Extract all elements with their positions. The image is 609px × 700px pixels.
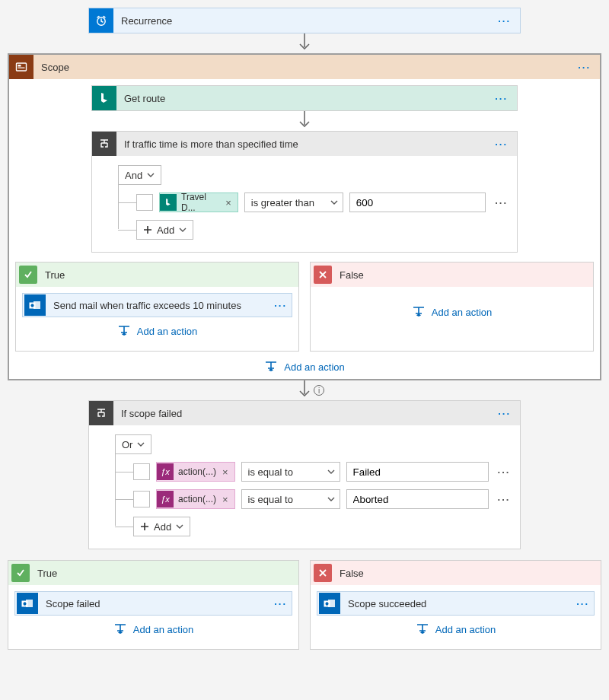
operator-label: is equal to	[248, 466, 293, 478]
operator-label: is greater than	[251, 197, 314, 208]
row-checkbox[interactable]	[136, 194, 153, 211]
scope-icon	[9, 55, 33, 79]
condition-menu[interactable]: ···	[490, 138, 512, 150]
add-action-label: Add an action	[137, 326, 198, 337]
group-operator-select[interactable]: And	[118, 165, 161, 185]
chevron-down-icon	[176, 523, 183, 530]
recurrence-trigger[interactable]: Recurrence ···	[88, 8, 521, 33]
outlook-icon	[24, 294, 46, 316]
token-remove[interactable]: ×	[222, 197, 234, 208]
condition-title: If scope failed	[113, 408, 493, 419]
branch-true-label: True	[33, 568, 57, 579]
operand-token[interactable]: Travel D... ×	[159, 192, 238, 212]
check-icon	[11, 564, 30, 582]
condition-icon	[92, 132, 116, 156]
action-label: Scope succeeded	[342, 598, 572, 609]
operand-token[interactable]: ƒx action(...) ×	[156, 462, 235, 482]
bing-icon	[160, 194, 177, 211]
branch-true-label: True	[40, 269, 65, 281]
action-menu[interactable]: ···	[269, 300, 292, 311]
condition-row: Travel D... × is greater than ···	[136, 192, 508, 212]
svg-rect-3	[18, 68, 25, 68]
add-action-icon	[264, 361, 278, 373]
scope-menu[interactable]: ···	[573, 62, 595, 73]
add-action-icon	[412, 306, 426, 318]
row-menu[interactable]: ···	[492, 197, 508, 208]
plus-icon	[143, 225, 152, 234]
value-input[interactable]	[346, 489, 489, 509]
chevron-down-icon	[147, 171, 155, 179]
send-mail-action[interactable]: Send mail when traffic exceeds 10 minute…	[22, 293, 292, 317]
condition-row: ƒx action(...) × is equal to ···	[133, 489, 511, 509]
info-icon[interactable]: i	[314, 385, 324, 396]
operator-select[interactable]: is equal to	[241, 462, 340, 482]
action-menu[interactable]: ···	[269, 598, 292, 609]
add-action-button[interactable]: Add an action	[412, 306, 493, 318]
chevron-down-icon	[327, 495, 335, 503]
outlook-icon	[319, 593, 340, 614]
add-action-label: Add an action	[432, 307, 493, 318]
condition-header[interactable]: If scope failed ···	[89, 401, 520, 425]
operator-select[interactable]: is greater than	[244, 192, 343, 212]
plus-icon	[140, 522, 149, 531]
condition-row: ƒx action(...) × is equal to ···	[133, 462, 511, 482]
branch-false-header: False	[311, 262, 593, 287]
clock-icon	[89, 8, 113, 33]
get-route-action[interactable]: Get route ···	[91, 85, 518, 111]
condition-header[interactable]: If traffic time is more than specified t…	[92, 132, 517, 156]
close-icon	[314, 564, 332, 582]
add-action-label: Add an action	[435, 624, 496, 635]
branch-true-header: True	[8, 561, 298, 585]
token-label: action(...)	[174, 494, 219, 504]
scope-failed-action[interactable]: Scope failed ···	[14, 591, 292, 616]
scope-container: Scope ··· Get route ···	[8, 53, 601, 380]
action-menu[interactable]: ···	[572, 598, 594, 609]
chevron-down-icon	[179, 226, 187, 234]
add-action-icon	[113, 623, 127, 635]
branch-false-label: False	[335, 568, 364, 579]
add-action-icon	[416, 623, 429, 635]
operand-token[interactable]: ƒx action(...) ×	[156, 489, 235, 509]
value-input[interactable]	[349, 192, 486, 212]
row-checkbox[interactable]	[133, 463, 150, 480]
fx-icon: ƒx	[157, 491, 174, 508]
token-label: action(...)	[174, 466, 219, 477]
action-label: Send mail when traffic exceeds 10 minute…	[47, 300, 269, 311]
scope-header[interactable]: Scope ···	[9, 55, 600, 79]
condition-traffic: If traffic time is more than specified t…	[91, 131, 518, 253]
arrow-icon: i	[8, 380, 601, 400]
svg-rect-2	[18, 65, 21, 67]
add-condition-button[interactable]: Add	[136, 220, 193, 240]
branch-false-label: False	[335, 269, 364, 281]
row-menu[interactable]: ···	[495, 494, 511, 505]
get-route-menu[interactable]: ···	[490, 93, 512, 104]
add-action-button[interactable]: Add an action	[22, 325, 292, 337]
token-remove[interactable]: ×	[219, 466, 231, 478]
operator-select[interactable]: is equal to	[241, 489, 340, 509]
add-action-button[interactable]: Add an action	[317, 623, 595, 635]
condition-menu[interactable]: ···	[493, 408, 515, 419]
arrow-icon	[8, 33, 601, 53]
action-label: Scope failed	[40, 598, 269, 609]
token-remove[interactable]: ×	[219, 494, 231, 505]
row-menu[interactable]: ···	[495, 466, 511, 478]
group-operator-select[interactable]: Or	[115, 434, 151, 454]
row-checkbox[interactable]	[133, 491, 150, 508]
branch-true-header: True	[16, 262, 298, 287]
branch-false: False Scope succeeded ··· Add an action	[310, 560, 601, 650]
operator-label: is equal to	[248, 494, 293, 505]
add-action-button[interactable]: Add an action	[15, 361, 594, 373]
branch-false-header: False	[311, 561, 601, 585]
svg-point-6	[31, 304, 34, 307]
chevron-down-icon	[137, 441, 145, 448]
add-condition-button[interactable]: Add	[133, 517, 190, 536]
chevron-down-icon	[330, 199, 338, 206]
add-action-label: Add an action	[133, 624, 194, 635]
add-action-icon	[117, 325, 131, 337]
value-input[interactable]	[346, 462, 489, 482]
add-action-button[interactable]: Add an action	[14, 623, 292, 635]
check-icon	[19, 266, 37, 284]
scope-succeeded-action[interactable]: Scope succeeded ···	[317, 591, 595, 616]
recurrence-menu[interactable]: ···	[493, 15, 515, 27]
condition-scope-failed: If scope failed ··· Or ƒx action(...) ×	[88, 400, 521, 549]
